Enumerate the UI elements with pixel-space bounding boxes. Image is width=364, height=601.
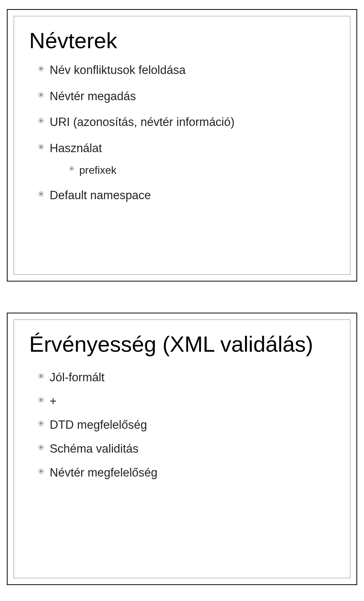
list-item: DTD megfelelőség [38, 418, 335, 433]
list-item: Default namespace [38, 188, 335, 203]
slide-title: Érvényesség (XML validálás) [29, 333, 335, 356]
page: Névterek Név konfliktusok feloldása Névt… [0, 0, 364, 601]
slide-2: Érvényesség (XML validálás) Jól-formált … [7, 313, 357, 585]
list-item: prefixek [69, 164, 335, 177]
list-item: Jól-formált [38, 370, 335, 385]
list-item: Névtér megadás [38, 89, 335, 104]
slide-title: Névterek [29, 29, 335, 52]
nested-bullet-list: prefixek [69, 164, 335, 177]
bullet-list: Név konfliktusok feloldása Névtér megadá… [38, 63, 335, 203]
list-item: Használat prefixek [38, 141, 335, 177]
list-item: Schéma validitás [38, 442, 335, 456]
slide-inner-frame: Névterek Név konfliktusok feloldása Névt… [14, 16, 350, 275]
list-item: + [38, 394, 335, 409]
list-item: Névtér megfelelőség [38, 466, 335, 480]
list-item: Név konfliktusok feloldása [38, 63, 335, 78]
list-item: URI (azonosítás, névtér információ) [38, 115, 335, 130]
bullet-list: Jól-formált + DTD megfelelőség Schéma va… [38, 370, 335, 480]
slide-inner-frame: Érvényesség (XML validálás) Jól-formált … [14, 319, 350, 578]
slide-1: Névterek Név konfliktusok feloldása Névt… [7, 9, 357, 282]
list-item-label: Használat [50, 142, 102, 155]
